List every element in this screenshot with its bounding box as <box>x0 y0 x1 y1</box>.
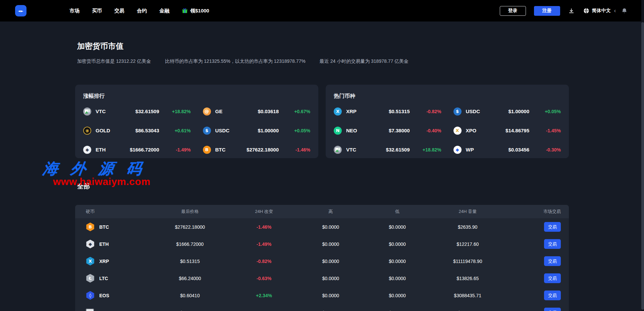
ge-coin-icon: @ <box>203 107 211 116</box>
market-mini-item[interactable]: ◆ETH$1666.72000-1.49% <box>83 140 191 159</box>
menu-item-5[interactable]: 金融 <box>159 8 169 14</box>
table-row[interactable]: ◊EOS$0.60410+2.34%$0.0000$0.0000$3088435… <box>75 287 569 304</box>
trade-button[interactable]: 交易 <box>544 256 561 266</box>
high-price: $0.0000 <box>297 310 364 311</box>
globe-icon <box>583 8 589 14</box>
page-content: 加密货币市值 加密货币总市值是 12312.22 亿美金比特币的市占率为 121… <box>75 21 569 311</box>
gift-icon <box>182 8 188 14</box>
trade-button[interactable]: 交易 <box>544 273 561 283</box>
hero-section: 加密货币市值 加密货币总市值是 12312.22 亿美金比特币的市占率为 121… <box>75 21 569 64</box>
trade-button[interactable]: 交易 <box>544 239 561 249</box>
market-mini-item[interactable]: ◆WP$0.03456-0.30% <box>453 140 561 159</box>
change-24h: -1.49% <box>231 241 298 247</box>
table-row[interactable]: ŁLTC$66.24000-0.63%$0.0000$0.0000$13826.… <box>75 270 569 287</box>
volume-24h: $13826.65 <box>431 276 505 281</box>
scrollbar-track[interactable] <box>641 0 644 311</box>
coin-change: -1.49% <box>159 147 191 152</box>
coin-symbol: XPO <box>466 128 483 133</box>
coin-price: $86.53043 <box>113 128 159 133</box>
coin-change: +0.67% <box>279 109 310 114</box>
card-title: 热门币种 <box>334 93 561 100</box>
coin-cell: ◆ETH <box>75 240 149 249</box>
coin-cell: XXRP <box>75 257 149 266</box>
scrollbar-thumb[interactable] <box>641 22 644 310</box>
volume-24h: $3088435.71 <box>431 293 505 298</box>
trade-button[interactable]: 交易 <box>544 222 561 232</box>
last-price: $0.60410 <box>149 293 231 298</box>
coin-price: $1666.72000 <box>113 147 159 152</box>
coin-cell: ◊EOS <box>75 291 149 300</box>
market-mini-item[interactable]: NNEO$7.38000-0.40% <box>334 121 441 140</box>
site-logo[interactable]: ◄► <box>15 5 26 16</box>
market-mini-item[interactable]: XXRP$0.51315-0.82% <box>334 102 441 121</box>
coin-symbol: USDC <box>466 108 483 114</box>
download-icon[interactable] <box>569 8 574 14</box>
low-price: $0.0000 <box>364 276 431 281</box>
table-row[interactable]: ◆ETH$1666.72000-1.49%$0.0000$0.0000$1221… <box>75 235 569 253</box>
image-placeholder-icon <box>85 109 90 114</box>
last-price: $0.51315 <box>149 259 231 264</box>
market-mini-item[interactable]: XXPO$14.86795-1.45% <box>453 121 561 140</box>
gainers-card: 涨幅排行 VTC$32.61509+18.82%@GE$0.03618+0.67… <box>75 85 318 158</box>
market-mini-item[interactable]: BBTC$27622.18000-1.46% <box>203 140 311 159</box>
coin-change: -0.30% <box>529 147 561 152</box>
coin-change: -0.82% <box>410 109 441 114</box>
market-mini-item[interactable]: @GE$0.03618+0.67% <box>203 102 311 121</box>
high-price: $0.0000 <box>297 276 364 281</box>
coin-symbol: XRP <box>346 108 364 114</box>
menu-item-2[interactable]: 买币 <box>92 8 102 14</box>
coin-change: -0.40% <box>410 128 441 133</box>
market-mini-item[interactable]: VTC$32.61509+18.82% <box>334 140 441 159</box>
card-grid: VTC$32.61509+18.82%@GE$0.03618+0.67%◉GOL… <box>83 102 310 159</box>
action-cell: 交易 <box>505 239 569 249</box>
volume-24h: $2635.90 <box>431 224 505 230</box>
table-row[interactable]: XXRP$0.51315-0.82%$0.0000$0.0000$1111947… <box>75 253 569 270</box>
notification-bell-icon[interactable] <box>622 8 627 14</box>
market-mini-item[interactable]: VTC$32.61509+18.82% <box>83 102 191 121</box>
table-header: 硬币最后价格24H 改变高低24H 音量市场交易 <box>75 205 569 218</box>
trade-button[interactable]: 交易 <box>544 291 561 300</box>
card-grid: XXRP$0.51315-0.82%$USDC$1.00000+0.05%NNE… <box>334 102 561 159</box>
xrp-coin-icon: X <box>86 257 95 266</box>
gold-coin-icon: ◉ <box>83 127 91 135</box>
language-selector[interactable]: 简体中文 ‹ <box>583 8 616 14</box>
neo-coin-icon: N <box>334 127 342 135</box>
usdc-coin-icon: $ <box>203 127 211 135</box>
last-price: $66.24000 <box>149 276 231 281</box>
volume-24h: $12217.60 <box>431 241 505 247</box>
market-mini-item[interactable]: ◉GOLD$86.53043+0.61% <box>83 121 191 140</box>
last-price: $1666.72000 <box>149 241 231 247</box>
coin-change: +0.61% <box>159 128 191 133</box>
register-button[interactable]: 注册 <box>534 6 560 16</box>
change-24h: -0.63% <box>231 276 298 281</box>
low-price: $0.0000 <box>364 310 431 311</box>
action-cell: 交易 <box>505 222 569 232</box>
usdc-coin-icon: $ <box>453 107 462 116</box>
menu-item-4[interactable]: 合约 <box>137 8 147 14</box>
coin-symbol: GOLD <box>96 128 113 133</box>
coin-price: $1.00000 <box>483 108 529 114</box>
coin-symbol: GE <box>215 108 233 114</box>
market-stat: 比特币的市占率为 121325.55%，以太坊的市占率为 12318978.77… <box>165 58 306 64</box>
menu-item-1[interactable]: 市场 <box>69 8 79 14</box>
promo-bonus-link[interactable]: 领$1000 <box>182 8 209 14</box>
high-price: $0.0000 <box>297 259 364 264</box>
action-cell: 交易 <box>505 308 569 311</box>
logo-arrows-icon: ◄► <box>18 9 23 13</box>
column-header-1: 硬币 <box>75 209 149 215</box>
vtc-coin-icon <box>83 107 91 116</box>
coin-symbol: VTC <box>346 147 364 152</box>
high-price: $0.0000 <box>297 241 364 247</box>
mountain-shape <box>335 149 339 152</box>
eth-coin-icon: ◆ <box>86 240 95 249</box>
ymt-coin-icon <box>86 309 94 311</box>
login-button[interactable]: 登录 <box>500 6 526 16</box>
market-mini-item[interactable]: $USDC$1.00000+0.05% <box>203 121 311 140</box>
table-row[interactable]: BBTC$27622.18000-1.46%$0.0000$0.0000$263… <box>75 218 569 235</box>
table-row[interactable]: YMT$1.72078+0.28%$0.0000$0.0000$2373.92交… <box>75 304 569 311</box>
market-mini-item[interactable]: $USDC$1.00000+0.05% <box>453 102 561 121</box>
trade-button[interactable]: 交易 <box>544 308 561 311</box>
action-cell: 交易 <box>505 256 569 266</box>
low-price: $0.0000 <box>364 224 431 230</box>
menu-item-3[interactable]: 交易 <box>114 8 124 14</box>
